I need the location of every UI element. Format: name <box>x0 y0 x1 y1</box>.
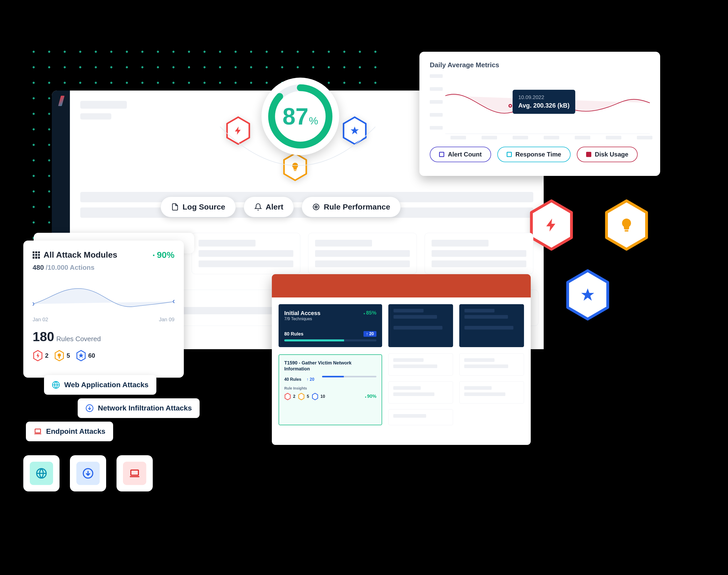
tab-label: Rule Performance <box>324 203 390 211</box>
laptop-icon <box>34 427 42 436</box>
tile-network[interactable] <box>70 455 106 492</box>
file-icon <box>171 203 179 211</box>
mitre-technique-card[interactable]: T1590 - Gather Victim Network Informatio… <box>279 354 382 425</box>
star-icon <box>580 287 596 303</box>
tab-log-source[interactable]: Log Source <box>160 197 236 217</box>
attack-percent: 90% <box>153 250 175 260</box>
svg-rect-8 <box>625 230 629 232</box>
overall-score-gauge: 87% <box>261 77 339 155</box>
square-fill-icon <box>586 152 591 157</box>
svg-marker-28 <box>299 393 304 400</box>
svg-point-12 <box>316 207 317 207</box>
metrics-tooltip: 10.09.2022 Avg. 200.326 (kB) <box>513 90 575 114</box>
pill-label: Response Time <box>515 151 561 158</box>
target-icon <box>312 203 320 211</box>
mitre-skeleton-light[interactable] <box>459 353 524 376</box>
pill-label: Endpoint Attacks <box>46 427 105 436</box>
tab-rule-performance[interactable]: Rule Performance <box>302 197 401 217</box>
mini-hex-blue: 60 <box>76 350 95 361</box>
globe-icon <box>52 381 60 389</box>
metric-pill-disk-usage[interactable]: Disk Usage <box>577 147 638 162</box>
mitre-skeleton-light[interactable] <box>388 353 453 376</box>
svg-point-14 <box>33 303 34 305</box>
tile-web[interactable] <box>23 455 60 492</box>
svg-point-15 <box>173 300 175 303</box>
mitre-tactic-pct: 85% <box>363 310 376 316</box>
tab-label: Alert <box>265 203 283 211</box>
pill-label: Disk Usage <box>595 151 628 158</box>
mini-hex-blue: 10 <box>312 393 325 400</box>
attack-type-network[interactable]: Network Infiltration Attacks <box>78 398 200 418</box>
mini-hex-amber: 5 <box>298 393 309 400</box>
bell-icon <box>254 203 262 211</box>
tile-endpoint[interactable] <box>117 455 153 492</box>
technique-delta: ↑ 20 <box>307 377 314 382</box>
date-end: Jan 09 <box>159 316 175 323</box>
svg-point-1 <box>272 88 329 145</box>
lightbulb-icon <box>619 217 634 233</box>
mitre-skeleton-light[interactable] <box>388 381 453 404</box>
svg-point-18 <box>58 353 61 357</box>
mitre-skeleton-light[interactable] <box>388 409 453 425</box>
mitre-rules-count: 80 Rules <box>284 331 304 337</box>
rule-insights-label: Rule Insights <box>284 386 376 390</box>
technique-pct: 90% <box>365 394 376 399</box>
badge-hex-large-blue <box>564 269 611 321</box>
svg-rect-23 <box>35 429 40 433</box>
daily-metrics-card: Daily Average Metrics 10.09.2022 Avg. 20… <box>419 52 660 176</box>
mitre-header-bar <box>272 274 531 298</box>
tab-label: Log Source <box>183 203 225 211</box>
skeleton-subtitle <box>80 113 111 120</box>
tab-alert[interactable]: Alert <box>244 197 294 217</box>
badge-hex-large-red <box>528 199 575 251</box>
pill-label: Network Infiltration Attacks <box>98 404 192 412</box>
metrics-highlight-dot <box>508 104 512 108</box>
grid-icon <box>33 251 40 259</box>
globe-icon <box>36 468 47 479</box>
attack-title: All Attack Modules <box>33 250 117 260</box>
attack-modules-card: All Attack Modules 90% 480 /10.000 Actio… <box>23 241 184 378</box>
svg-marker-29 <box>313 393 318 400</box>
pill-label: Alert Count <box>448 151 482 158</box>
mitre-skeleton-card[interactable] <box>459 304 524 347</box>
download-circle-icon <box>82 468 94 479</box>
mitre-initial-access-card[interactable]: Initial Access 7/9 Techniques 85% 80 Rul… <box>279 304 382 347</box>
attack-badges: 2 5 60 <box>33 350 175 361</box>
mitre-skeleton-light[interactable] <box>459 381 524 404</box>
tooltip-value: Avg. 200.326 (kB) <box>518 102 570 109</box>
tooltip-date: 10.09.2022 <box>518 94 570 100</box>
mitre-panel: Initial Access 7/9 Techniques 85% 80 Rul… <box>272 274 531 445</box>
attack-actions: 480 /10.000 Actions <box>33 264 175 272</box>
metrics-title: Daily Average Metrics <box>430 61 650 69</box>
attack-rules-covered: 180Rules Covered <box>33 329 175 344</box>
mini-hex-red: 2 <box>33 350 49 361</box>
square-icon <box>507 152 512 157</box>
attack-type-endpoint[interactable]: Endpoint Attacks <box>26 421 113 441</box>
mitre-tactic-title: Initial Access <box>284 310 320 316</box>
mitre-skeleton-card[interactable] <box>388 304 453 347</box>
mini-hex-amber: 5 <box>54 350 70 361</box>
skeleton-title <box>80 101 127 109</box>
technique-title: T1590 - Gather Victim Network Informatio… <box>284 360 376 372</box>
metrics-chart: 10.09.2022 Avg. 200.326 (kB) <box>430 74 650 136</box>
svg-marker-27 <box>285 393 290 400</box>
laptop-icon <box>129 468 140 479</box>
download-circle-icon <box>86 404 94 412</box>
attack-type-web[interactable]: Web Application Attacks <box>44 375 156 395</box>
bolt-icon <box>544 217 559 233</box>
mini-hex-red: 2 <box>284 393 295 400</box>
date-start: Jan 02 <box>33 316 48 323</box>
metric-pill-response-time[interactable]: Response Time <box>497 147 571 162</box>
svg-rect-26 <box>131 470 138 475</box>
pill-label: Web Application Attacks <box>64 381 149 389</box>
metric-pill-alert-count[interactable]: Alert Count <box>430 147 491 162</box>
mitre-tactic-sub: 7/9 Techniques <box>284 316 320 321</box>
badge-hex-large-amber <box>603 199 650 251</box>
mitre-delta: ↑ 20 <box>363 331 376 337</box>
square-icon <box>439 152 444 157</box>
technique-rules: 40 Rules <box>284 377 302 382</box>
attack-sparkline <box>33 278 175 314</box>
svg-rect-19 <box>59 357 60 359</box>
